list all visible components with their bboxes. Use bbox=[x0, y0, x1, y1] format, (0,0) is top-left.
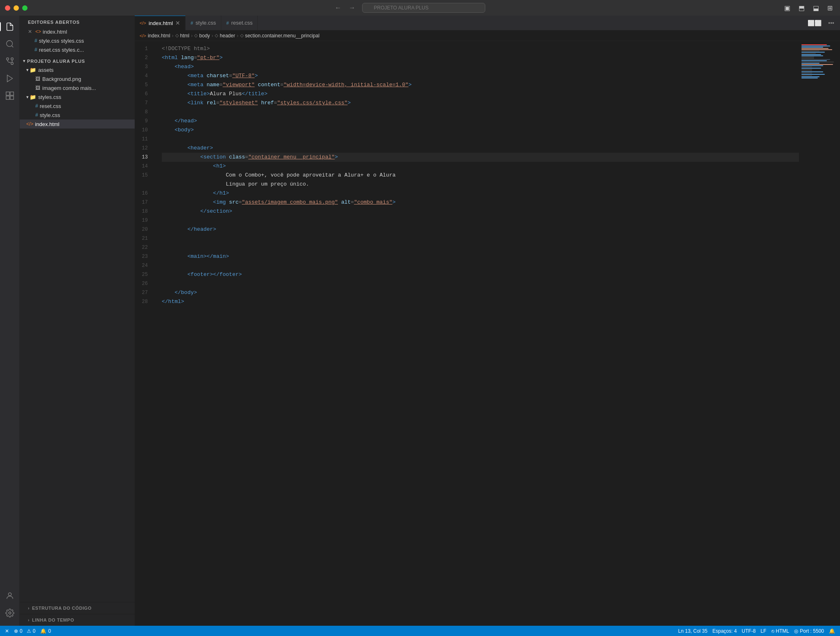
code-content[interactable]: <!DOCTYPE html><html lang="pt-br"> <head… bbox=[155, 41, 799, 626]
open-editor-label: reset.css styles.c... bbox=[39, 47, 84, 53]
line-number: 27 bbox=[135, 288, 155, 297]
file-style-css[interactable]: # style.css bbox=[20, 110, 135, 119]
info-count: 0 bbox=[48, 628, 51, 634]
code-line[interactable]: <meta name="viewport" content="width=dev… bbox=[162, 80, 799, 90]
status-language[interactable]: ⎋ HTML bbox=[771, 628, 790, 634]
activity-source-control[interactable] bbox=[2, 53, 18, 69]
code-line[interactable] bbox=[162, 216, 799, 225]
more-actions-button[interactable]: ••• bbox=[826, 18, 837, 28]
status-info[interactable]: 🔔 0 bbox=[40, 628, 51, 634]
breadcrumb-section[interactable]: section.container.menu__principal bbox=[245, 33, 319, 39]
breadcrumb-tag-icon4: ◇ bbox=[240, 33, 243, 38]
activity-account[interactable] bbox=[2, 588, 18, 604]
activity-run-debug[interactable] bbox=[2, 71, 18, 86]
code-line[interactable]: Com o Combo+, você pode aproveitar a Alu… bbox=[162, 171, 799, 180]
code-line[interactable]: <h1> bbox=[162, 162, 799, 171]
open-editor-reset-css[interactable]: # reset.css styles.c... bbox=[20, 45, 135, 54]
split-editor-right-button[interactable]: ⬜⬜ bbox=[805, 18, 824, 28]
file-reset-css[interactable]: # reset.css bbox=[20, 101, 135, 110]
activity-bar bbox=[0, 16, 20, 626]
code-line[interactable] bbox=[162, 261, 799, 270]
code-line[interactable]: <img src="assets/imagem combo mais.png" … bbox=[162, 198, 799, 207]
activity-settings[interactable] bbox=[2, 605, 18, 621]
code-editor[interactable]: 1234567891011121314151617181920212223242… bbox=[135, 41, 840, 626]
titlebar: ← → 🔍 ▣ ⬒ ⬓ ⊞ bbox=[0, 0, 840, 16]
tab-index-html[interactable]: </> index.html ✕ bbox=[135, 16, 186, 30]
code-line[interactable]: <header> bbox=[162, 144, 799, 153]
breadcrumb-sep3: › bbox=[211, 33, 213, 39]
search-input[interactable] bbox=[362, 3, 485, 13]
file-index-html[interactable]: </> index.html bbox=[20, 119, 135, 129]
code-line[interactable]: </body> bbox=[162, 288, 799, 297]
app-container: EDITORES ABERTOS ✕ <> index.html # style… bbox=[0, 16, 840, 626]
line-number: 2 bbox=[135, 53, 155, 62]
open-editor-style-css[interactable]: # style.css styles.css bbox=[20, 36, 135, 45]
maximize-window-button[interactable] bbox=[22, 5, 28, 11]
code-line[interactable]: </h1> bbox=[162, 189, 799, 198]
code-line[interactable]: </section> bbox=[162, 207, 799, 216]
sidebar-layout-button[interactable]: ▣ bbox=[782, 3, 793, 13]
breadcrumb-header[interactable]: header bbox=[220, 33, 235, 39]
code-line[interactable]: <link rel="stylesheet" href="styles.css/… bbox=[162, 99, 799, 108]
code-line[interactable]: <section class="container menu__principa… bbox=[162, 153, 799, 162]
code-line[interactable] bbox=[162, 234, 799, 243]
code-line[interactable] bbox=[162, 243, 799, 252]
activity-search[interactable] bbox=[2, 36, 18, 52]
status-port[interactable]: ◎ Port : 5500 bbox=[794, 628, 824, 634]
status-branch[interactable]: ✕ bbox=[5, 628, 9, 634]
file-background-png[interactable]: 🖼 Background.png bbox=[20, 74, 135, 83]
project-section-header[interactable]: ▾ PROJETO ALURA PLUS bbox=[20, 54, 135, 65]
back-button[interactable]: ← bbox=[333, 3, 344, 12]
svg-point-4 bbox=[11, 58, 13, 60]
code-line[interactable] bbox=[162, 135, 799, 144]
status-encoding[interactable]: UTF-8 bbox=[742, 628, 756, 634]
info-icon: 🔔 bbox=[40, 628, 46, 634]
close-window-button[interactable] bbox=[5, 5, 10, 11]
code-line[interactable]: <html lang="pt-br"> bbox=[162, 53, 799, 62]
line-number: 1 bbox=[135, 44, 155, 53]
code-line[interactable]: </header> bbox=[162, 225, 799, 234]
code-line[interactable]: <main></main> bbox=[162, 252, 799, 261]
breadcrumb-html[interactable]: html bbox=[180, 33, 190, 39]
folder-assets[interactable]: ▾ 📁 assets bbox=[20, 65, 135, 74]
minimize-window-button[interactable] bbox=[14, 5, 19, 11]
code-line[interactable]: <title>Alura Plus</title> bbox=[162, 90, 799, 99]
code-line[interactable]: </head> bbox=[162, 117, 799, 126]
activity-extensions[interactable] bbox=[2, 88, 18, 103]
status-bell[interactable]: 🔔 bbox=[829, 628, 835, 634]
customize-layout-button[interactable]: ⊞ bbox=[825, 3, 835, 13]
activity-explorer[interactable] bbox=[2, 19, 18, 34]
panel-layout-button[interactable]: ⬒ bbox=[796, 3, 807, 13]
close-editor-icon[interactable]: ✕ bbox=[26, 29, 34, 34]
tab-style-css[interactable]: # style.css bbox=[186, 16, 221, 30]
breadcrumb-index-html[interactable]: index.html bbox=[148, 33, 170, 39]
line-number: 18 bbox=[135, 207, 155, 216]
timeline-section[interactable]: › LINHA DO TEMPO bbox=[20, 614, 135, 626]
breadcrumb-body[interactable]: body bbox=[199, 33, 210, 39]
code-line[interactable]: <head> bbox=[162, 62, 799, 71]
line-number-continuation bbox=[135, 180, 155, 189]
ln-col-text: Ln 13, Col 35 bbox=[678, 628, 707, 634]
line-number: 9 bbox=[135, 117, 155, 126]
code-line[interactable]: <meta charset="UTF-8"> bbox=[162, 71, 799, 80]
open-editor-label: style.css styles.css bbox=[39, 38, 84, 44]
forward-button[interactable]: → bbox=[347, 3, 358, 12]
file-imagem-combo[interactable]: 🖼 imagem combo mais... bbox=[20, 83, 135, 92]
status-line-ending[interactable]: LF bbox=[761, 628, 767, 634]
status-errors[interactable]: ⊗ 0 ⚠ 0 bbox=[14, 628, 35, 634]
tab-close-button[interactable]: ✕ bbox=[175, 20, 180, 26]
tab-reset-css[interactable]: # reset.css bbox=[221, 16, 258, 30]
status-ln-col[interactable]: Ln 13, Col 35 bbox=[678, 628, 707, 634]
port-icon: ◎ bbox=[794, 628, 798, 634]
code-line[interactable] bbox=[162, 108, 799, 117]
status-spaces[interactable]: Espaços: 4 bbox=[712, 628, 737, 634]
code-line[interactable]: <!DOCTYPE html> bbox=[162, 44, 799, 53]
code-line[interactable]: </html> bbox=[162, 297, 799, 306]
open-editor-index-html[interactable]: ✕ <> index.html bbox=[20, 27, 135, 36]
code-line[interactable] bbox=[162, 279, 799, 288]
split-editor-button[interactable]: ⬓ bbox=[810, 3, 822, 13]
structure-section[interactable]: › ESTRUTURA DO CÓDIGO bbox=[20, 602, 135, 614]
code-line[interactable]: <body> bbox=[162, 126, 799, 135]
folder-styles-css[interactable]: ▾ 📁 styles.css bbox=[20, 92, 135, 101]
code-line[interactable]: <footer></footer> bbox=[162, 270, 799, 279]
